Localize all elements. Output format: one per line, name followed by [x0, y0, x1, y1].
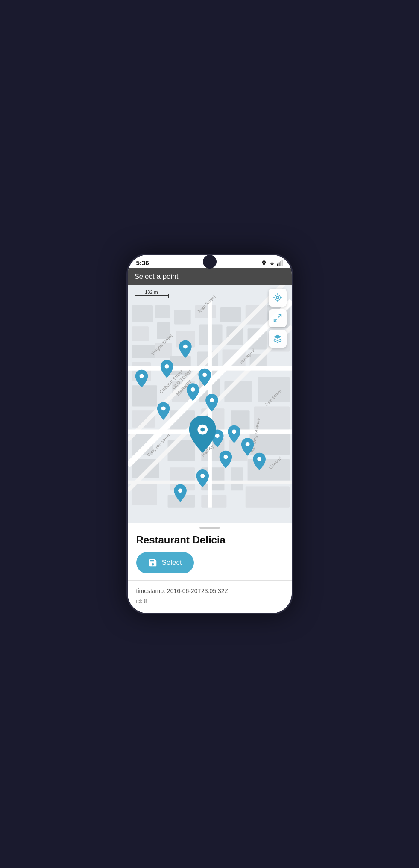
id-text: id: 8	[128, 596, 292, 606]
status-icons	[261, 260, 283, 266]
svg-point-71	[276, 296, 279, 299]
locate-button[interactable]	[269, 289, 287, 307]
svg-rect-9	[132, 326, 148, 341]
select-label: Select	[162, 558, 182, 567]
svg-rect-51	[167, 495, 195, 508]
select-button[interactable]: Select	[136, 552, 194, 573]
svg-rect-45	[167, 440, 195, 461]
expand-button[interactable]	[269, 309, 287, 327]
layers-icon	[273, 334, 282, 343]
bottom-sheet: Restaurant Delicia Select timestamp: 201…	[128, 523, 292, 613]
location-status-icon	[261, 260, 267, 266]
top-bar-title: Select a point	[135, 272, 179, 280]
expand-icon	[273, 313, 282, 323]
svg-line-77	[278, 315, 281, 317]
timestamp-text: timestamp: 2016-06-20T23:05:32Z	[128, 586, 292, 596]
svg-rect-5	[280, 261, 281, 266]
svg-rect-28	[247, 459, 289, 482]
location-name: Restaurant Delicia	[128, 534, 292, 552]
svg-rect-33	[176, 331, 195, 347]
svg-rect-29	[245, 487, 289, 508]
locate-icon	[273, 293, 282, 302]
svg-rect-49	[201, 467, 224, 490]
svg-rect-12	[155, 305, 170, 318]
handle-bar	[199, 527, 220, 529]
save-icon	[148, 558, 158, 567]
top-bar: Select a point	[128, 268, 292, 285]
map-scale-bar	[135, 295, 169, 296]
svg-rect-30	[174, 310, 190, 324]
svg-rect-6	[281, 260, 283, 266]
svg-rect-50	[231, 467, 243, 490]
bottom-sheet-handle	[128, 523, 292, 534]
wifi-status-icon	[269, 260, 275, 266]
status-time: 5:36	[136, 259, 149, 266]
svg-point-72	[275, 295, 280, 301]
phone-screen: 5:36	[128, 255, 292, 613]
svg-marker-79	[273, 335, 281, 339]
signal-status-icon	[277, 260, 283, 266]
map-controls	[269, 289, 287, 348]
layers-button[interactable]	[269, 330, 287, 348]
notch	[203, 255, 217, 269]
status-bar: 5:36	[128, 255, 292, 268]
map-background: Juan Street Calhoun Street Twiggs Street…	[128, 285, 292, 523]
map-scale: 132 m	[135, 289, 169, 296]
phone-frame: 5:36	[126, 254, 293, 614]
svg-rect-15	[132, 385, 157, 406]
svg-rect-19	[132, 482, 157, 505]
svg-rect-8	[132, 305, 152, 322]
map-container[interactable]: Juan Street Calhoun Street Twiggs Street…	[128, 285, 292, 523]
map-scale-label: 132 m	[145, 289, 158, 295]
svg-rect-11	[132, 362, 150, 381]
svg-rect-47	[229, 440, 247, 461]
svg-rect-4	[278, 262, 280, 266]
svg-rect-32	[220, 307, 241, 322]
divider	[128, 580, 292, 581]
svg-rect-48	[170, 467, 195, 490]
svg-line-78	[274, 319, 276, 322]
svg-rect-52	[201, 495, 226, 508]
map-scale-line	[135, 295, 169, 296]
svg-rect-3	[277, 263, 278, 266]
